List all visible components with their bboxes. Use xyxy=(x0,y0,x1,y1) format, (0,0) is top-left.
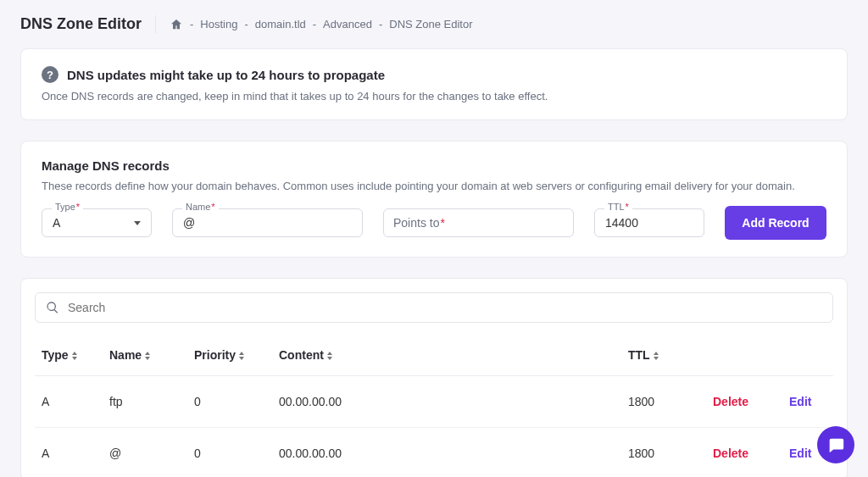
crumb-advanced[interactable]: Advanced xyxy=(323,18,372,31)
manage-title: Manage DNS records xyxy=(42,158,826,173)
notice-desc: Once DNS records are changed, keep in mi… xyxy=(42,90,826,103)
sort-icon xyxy=(72,352,77,360)
th-name[interactable]: Name xyxy=(103,335,187,376)
manage-desc: These records define how your domain beh… xyxy=(42,180,826,192)
chevron-down-icon xyxy=(134,221,141,225)
notice-title: DNS updates might take up to 24 hours to… xyxy=(67,68,385,82)
search-icon xyxy=(46,301,59,314)
crumb-hosting[interactable]: Hosting xyxy=(200,18,237,31)
th-type[interactable]: Type xyxy=(35,335,103,376)
chat-icon xyxy=(826,435,845,454)
cell-type: A xyxy=(35,428,103,478)
table-row: A ftp 0 00.00.00.00 1800 Delete Edit xyxy=(35,376,833,428)
cell-ttl: 1800 xyxy=(621,428,706,478)
type-select[interactable]: A xyxy=(42,208,152,237)
points-input[interactable] xyxy=(383,208,574,237)
name-label: Name xyxy=(186,202,210,212)
home-icon[interactable] xyxy=(170,18,183,31)
search-box[interactable] xyxy=(35,292,833,323)
cell-name: ftp xyxy=(103,376,187,428)
table-row: A @ 0 00.00.00.00 1800 Delete Edit xyxy=(35,428,833,478)
sort-icon xyxy=(327,352,332,360)
add-record-button[interactable]: Add Record xyxy=(725,206,826,240)
cell-content: 00.00.00.00 xyxy=(272,376,621,428)
sort-icon xyxy=(239,352,244,360)
edit-button[interactable]: Edit xyxy=(789,446,811,460)
page-title: DNS Zone Editor xyxy=(20,15,156,33)
cell-name: @ xyxy=(103,428,187,478)
chat-widget[interactable] xyxy=(817,426,854,463)
info-icon: ? xyxy=(42,66,58,83)
cell-ttl: 1800 xyxy=(621,376,706,428)
ttl-label: TTL xyxy=(608,202,625,212)
sort-icon xyxy=(654,352,659,360)
notice-card: ? DNS updates might take up to 24 hours … xyxy=(20,48,848,120)
th-priority[interactable]: Priority xyxy=(187,335,272,376)
th-content[interactable]: Content xyxy=(272,335,621,376)
delete-button[interactable]: Delete xyxy=(713,395,748,408)
delete-button[interactable]: Delete xyxy=(713,446,748,460)
search-input[interactable] xyxy=(68,301,822,314)
edit-button[interactable]: Edit xyxy=(789,395,811,408)
cell-content: 00.00.00.00 xyxy=(272,428,621,478)
cell-priority: 0 xyxy=(187,428,272,478)
breadcrumb: - Hosting - domain.tld - Advanced - DNS … xyxy=(156,18,476,31)
cell-priority: 0 xyxy=(187,376,272,428)
cell-type: A xyxy=(35,376,103,428)
name-input[interactable] xyxy=(172,208,363,237)
manage-card: Manage DNS records These records define … xyxy=(20,141,848,258)
type-label: Type xyxy=(55,202,75,212)
th-ttl[interactable]: TTL xyxy=(621,335,706,376)
crumb-current: DNS Zone Editor xyxy=(389,18,472,31)
records-card: Type Name Priority Content TTL A ftp 0 0… xyxy=(20,278,848,477)
ttl-input[interactable] xyxy=(594,208,704,237)
crumb-domain[interactable]: domain.tld xyxy=(255,18,306,31)
sort-icon xyxy=(145,352,150,360)
